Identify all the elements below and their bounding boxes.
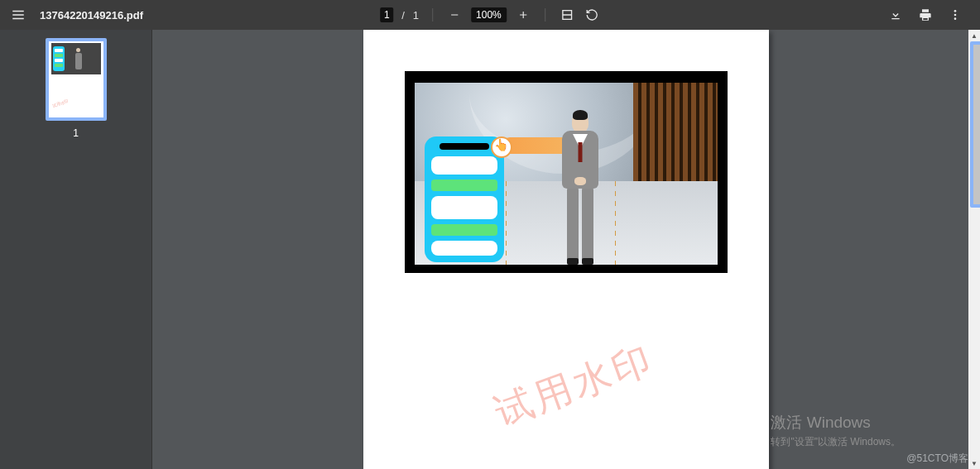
document-viewer[interactable]: 试用水印: [152, 30, 980, 469]
page-separator: /: [401, 9, 405, 22]
divider: [545, 8, 545, 22]
scroll-thumb[interactable]: [970, 41, 980, 208]
thumbnail-preview: [51, 43, 101, 74]
thumbnail-label: 1: [73, 127, 79, 139]
zoom-out-icon[interactable]: [446, 7, 463, 23]
scroll-track[interactable]: [968, 41, 980, 457]
toolbar-right: [887, 7, 980, 23]
watermark-text: 试用水印: [488, 334, 661, 439]
windows-activation-overlay: 激活 Windows 转到"设置"以激活 Windows。: [771, 412, 901, 449]
content-area: 试用水印 1: [0, 30, 980, 469]
phone-graphic: [425, 136, 504, 262]
toolbar-left: 13764220149216.pdf: [0, 5, 143, 25]
download-icon[interactable]: [887, 7, 904, 23]
page-total: 1: [413, 9, 419, 22]
page-number-input[interactable]: [380, 7, 393, 22]
svg-point-9: [954, 14, 957, 17]
svg-point-8: [954, 10, 957, 12]
toolbar: 13764220149216.pdf / 1 100%: [0, 0, 980, 30]
zoom-percent[interactable]: 100%: [471, 7, 507, 22]
more-icon[interactable]: [947, 7, 963, 23]
rotate-icon[interactable]: [584, 7, 600, 23]
app-root: 13764220149216.pdf / 1 100%: [0, 0, 980, 469]
document-title: 13764220149216.pdf: [40, 9, 143, 22]
menu-icon[interactable]: [8, 5, 28, 25]
toolbar-center: / 1 100%: [380, 7, 600, 23]
thumbnail-watermark: 试用水印: [51, 98, 69, 108]
svg-point-10: [954, 17, 957, 20]
activation-title: 激活 Windows: [771, 412, 901, 433]
presenter-figure: [554, 112, 607, 263]
zoom-in-icon[interactable]: [515, 7, 531, 23]
thumbnail-page-1[interactable]: 试用水印: [46, 38, 107, 121]
page-image: [405, 71, 728, 273]
fit-page-icon[interactable]: [559, 7, 575, 23]
print-icon[interactable]: [917, 7, 934, 23]
page-1: 试用水印: [363, 30, 769, 469]
vertical-scrollbar[interactable]: ▲ ▼: [968, 30, 980, 469]
divider: [432, 8, 433, 22]
attribution-tag: @51CTO博客: [906, 452, 968, 466]
scroll-down-arrow[interactable]: ▼: [968, 457, 980, 469]
scroll-up-arrow[interactable]: ▲: [968, 30, 980, 41]
thumbnail-sidebar: 试用水印 1: [0, 30, 152, 469]
activation-subtitle: 转到"设置"以激活 Windows。: [771, 435, 901, 449]
